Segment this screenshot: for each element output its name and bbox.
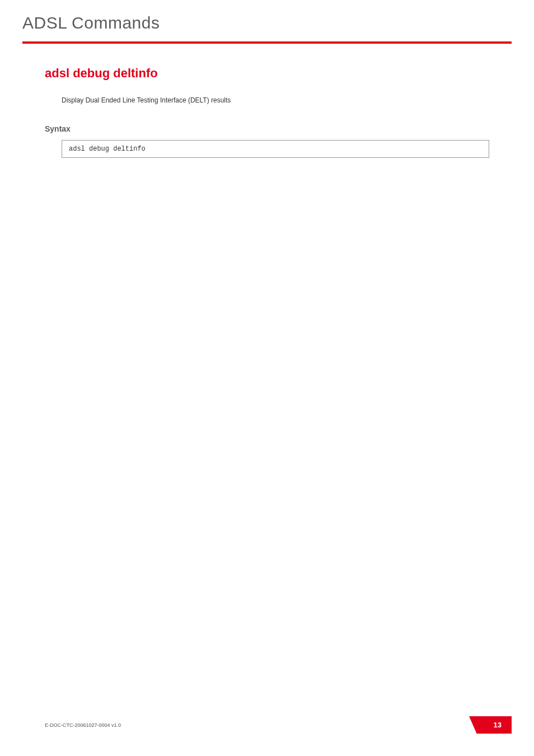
command-title: adsl debug deltinfo xyxy=(45,66,489,81)
content-area: adsl debug deltinfo Display Dual Ended L… xyxy=(0,44,534,158)
doc-id: E-DOC-CTC-20061027-0004 v1.0 xyxy=(45,722,121,728)
page-title: ADSL Commands xyxy=(22,13,512,41)
page-header: ADSL Commands xyxy=(0,0,534,41)
page-number-badge: 13 xyxy=(477,716,512,734)
syntax-heading: Syntax xyxy=(45,124,489,133)
code-box: adsl debug deltinfo xyxy=(62,140,489,158)
command-description: Display Dual Ended Line Testing Interfac… xyxy=(62,96,489,104)
page-footer: E-DOC-CTC-20061027-0004 v1.0 13 xyxy=(45,716,512,734)
page-number: 13 xyxy=(494,721,502,729)
code-line: adsl debug deltinfo xyxy=(69,145,146,153)
